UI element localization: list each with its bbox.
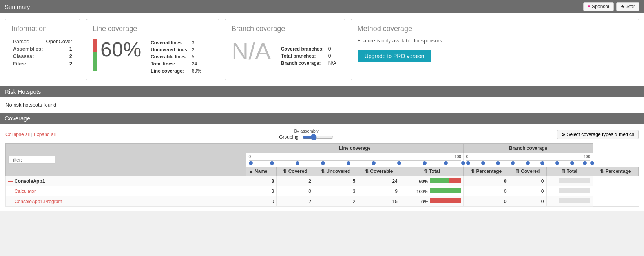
col-br-total[interactable]: ⇅ Total bbox=[546, 167, 593, 176]
line-coverage-title: Line coverage bbox=[93, 25, 213, 33]
br-total-cell: 0 bbox=[509, 176, 546, 186]
range-dot bbox=[590, 161, 594, 165]
stat-value: 5 bbox=[190, 53, 203, 60]
class-link[interactable]: Calculator bbox=[15, 189, 36, 194]
info-value: 1 bbox=[45, 45, 74, 53]
heart-icon: ♥ bbox=[587, 4, 590, 9]
range-dot bbox=[511, 161, 515, 165]
sort-icon: ⇅ bbox=[424, 169, 428, 174]
range-dot bbox=[481, 161, 485, 165]
upgrade-button[interactable]: Upgrade to PRO version bbox=[358, 50, 432, 62]
col-coverable[interactable]: ⇅ Coverable bbox=[358, 167, 400, 176]
range-dot bbox=[423, 161, 427, 165]
col-covered[interactable]: ⇅ Covered bbox=[277, 167, 314, 176]
select-coverage-button[interactable]: ⚙ Select coverage types & metrics bbox=[557, 130, 639, 139]
branch-range-cell: 0 100 bbox=[463, 153, 593, 167]
line-stat-row: Coverable lines:5 bbox=[149, 53, 203, 60]
info-table: Parser:OpenCoverAssemblies:1Classes:2Fil… bbox=[11, 38, 74, 67]
col-uncovered[interactable]: ⇅ Uncovered bbox=[314, 167, 358, 176]
col-br-covered[interactable]: ⇅ Covered bbox=[509, 167, 546, 176]
branch-range-labels: 0 100 bbox=[466, 154, 590, 159]
table-row: Calculator 3 0 3 9 100% 0 0 bbox=[6, 186, 639, 196]
line-range-cell: 0 100 bbox=[246, 153, 463, 167]
range-dot bbox=[321, 161, 325, 165]
range-dot bbox=[526, 161, 530, 165]
range-dot bbox=[583, 161, 587, 165]
name-cell: Calculator bbox=[6, 186, 246, 196]
summary-section: Information Parser:OpenCoverAssemblies:1… bbox=[0, 13, 644, 86]
br-percentage-cell bbox=[546, 196, 593, 207]
stat-value: 24 bbox=[190, 60, 203, 67]
range-dot bbox=[540, 161, 544, 165]
stat-value: 60% bbox=[190, 67, 203, 74]
branch-stat-row: Total branches:0 bbox=[279, 53, 339, 60]
risk-section: No risk hotspots found. bbox=[0, 97, 644, 113]
info-row: Parser:OpenCover bbox=[11, 38, 74, 45]
branch-na: N/A bbox=[232, 38, 271, 65]
coverable-cell: 3 bbox=[314, 186, 358, 196]
line-stat-row: Line coverage:60% bbox=[149, 67, 203, 74]
percentage-cell: 0% bbox=[400, 196, 463, 207]
branch-bar bbox=[559, 198, 590, 203]
line-stats: Covered lines:3Uncovered lines:2Coverabl… bbox=[149, 39, 203, 74]
branch-stat-row: Covered branches:0 bbox=[279, 45, 339, 53]
covered-cell: 0 bbox=[246, 196, 277, 207]
expand-all-link[interactable]: Expand all bbox=[34, 132, 56, 137]
col-br-percentage[interactable]: ⇅ Percentage bbox=[593, 167, 638, 176]
collapse-links: Collapse all | Expand all bbox=[5, 132, 56, 137]
stat-label: Covered branches: bbox=[279, 45, 326, 53]
col-percentage[interactable]: ⇅ Percentage bbox=[463, 167, 509, 176]
big-percent: 60% bbox=[100, 38, 141, 61]
sort-icon: ⇅ bbox=[365, 169, 369, 174]
range-dot bbox=[496, 161, 500, 165]
grouping-slider[interactable] bbox=[302, 134, 334, 140]
stat-value: N/A bbox=[326, 60, 339, 67]
branch-stat-row: Branch coverage:N/A bbox=[279, 60, 339, 67]
branch-inner: N/A Covered branches:0Total branches:0Br… bbox=[232, 38, 339, 67]
sort-icon: ⇅ bbox=[471, 169, 475, 174]
line-stat-row: Covered lines:3 bbox=[149, 39, 203, 46]
line-stat-row: Uncovered lines:2 bbox=[149, 46, 203, 53]
pct-bar bbox=[430, 188, 461, 193]
method-coverage-title: Method coverage bbox=[358, 25, 633, 33]
sponsor-button[interactable]: ♥ Sponsor bbox=[583, 2, 614, 11]
coverage-bar-vertical bbox=[93, 39, 97, 71]
coverage-table: Line coverage Branch coverage 0 100 bbox=[5, 143, 639, 207]
info-card: Information Parser:OpenCoverAssemblies:1… bbox=[5, 19, 80, 80]
total-cell: 15 bbox=[358, 196, 400, 207]
page-title: Summary bbox=[5, 4, 30, 10]
uncovered-cell: 2 bbox=[277, 176, 314, 186]
uncovered-cell: 0 bbox=[277, 186, 314, 196]
col-name[interactable]: ▲ Name bbox=[246, 167, 277, 176]
coverage-toolbar: Collapse all | Expand all By assembly Gr… bbox=[5, 129, 639, 140]
percentage-cell: 60% bbox=[400, 176, 463, 186]
sort-icon: ⇅ bbox=[321, 169, 325, 174]
filter-input[interactable] bbox=[8, 156, 55, 164]
branch-range-dots bbox=[466, 160, 590, 165]
line-range-labels: 0 100 bbox=[249, 154, 461, 159]
branch-coverage-card: Branch coverage N/A Covered branches:0To… bbox=[225, 19, 345, 80]
risk-hotspots-bar: Risk Hotspots bbox=[0, 86, 644, 97]
coverable-cell: 2 bbox=[314, 196, 358, 207]
class-link[interactable]: ConsoleApp1.Program bbox=[15, 199, 62, 204]
grouping-control: By assembly Grouping: bbox=[279, 129, 334, 140]
bar-red bbox=[93, 39, 97, 52]
br-covered-cell: 0 bbox=[463, 196, 509, 207]
info-value: 2 bbox=[45, 53, 74, 60]
collapse-all-link[interactable]: Collapse all bbox=[5, 132, 30, 137]
grouping-inner: Grouping: bbox=[279, 134, 334, 140]
info-label: Parser: bbox=[11, 38, 45, 45]
line-coverage-header: Line coverage bbox=[246, 144, 463, 153]
grouping-sub: Grouping: bbox=[279, 134, 300, 140]
range-dot bbox=[270, 161, 274, 165]
minus-icon: — bbox=[8, 178, 13, 184]
range-dot bbox=[444, 161, 448, 165]
star-button[interactable]: ★ Star bbox=[616, 2, 639, 11]
pct-label: 60% bbox=[419, 179, 428, 184]
col-total[interactable]: ⇅ Total bbox=[400, 167, 463, 176]
branch-bar bbox=[559, 188, 590, 193]
sort-icon: ⇅ bbox=[562, 169, 566, 174]
header-bar: Summary ♥ Sponsor ★ Star bbox=[0, 0, 644, 13]
header-buttons: ♥ Sponsor ★ Star bbox=[583, 2, 639, 11]
info-label: Files: bbox=[11, 60, 45, 67]
